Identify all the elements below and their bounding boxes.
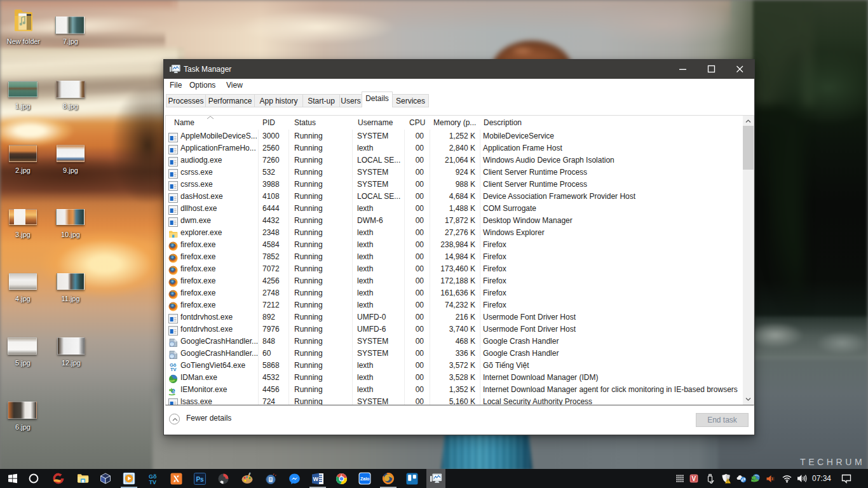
svg-text:TV: TV [170, 367, 177, 372]
svg-text:TV: TV [149, 478, 156, 485]
svg-text:V: V [691, 475, 696, 482]
svg-text:W: W [313, 476, 319, 482]
svg-text:Ps: Ps [196, 475, 204, 482]
svg-text:Zalo: Zalo [360, 477, 369, 481]
